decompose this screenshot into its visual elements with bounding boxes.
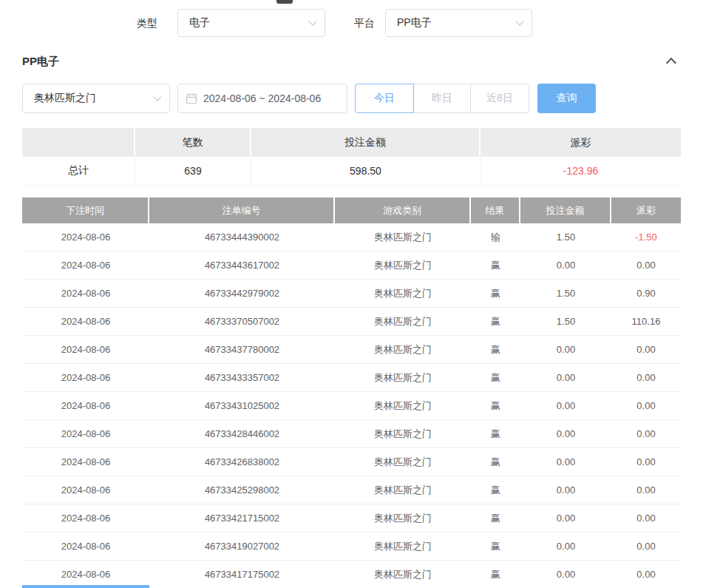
cell-result: 赢 bbox=[471, 533, 520, 560]
cell-bet-id: 46733370507002 bbox=[149, 308, 335, 335]
platform-select-value: PP电子 bbox=[397, 16, 432, 30]
bet-table: 下注时间 注单编号 游戏类别 结果 投注金额 派彩 2024-08-06 467… bbox=[22, 197, 681, 588]
cell-bet-id: 46733417175002 bbox=[149, 561, 335, 588]
cell-bet-id: 46733419027002 bbox=[149, 533, 335, 560]
cell-bet-time: 2024-08-06 bbox=[22, 392, 149, 419]
cell-bet-id: 46733444390002 bbox=[149, 223, 335, 251]
col-header-bet-id: 注单编号 bbox=[149, 197, 335, 223]
section-title: PP电子 bbox=[22, 55, 59, 69]
cell-payout: 0.00 bbox=[611, 504, 681, 532]
cell-bet-amount: 1.50 bbox=[520, 280, 611, 307]
cell-payout: 110.16 bbox=[611, 308, 681, 335]
type-select[interactable]: 电子 bbox=[177, 9, 325, 37]
cell-bet-time: 2024-08-06 bbox=[22, 504, 149, 532]
cell-bet-amount: 0.00 bbox=[520, 561, 611, 588]
collapse-section-button[interactable] bbox=[662, 52, 681, 70]
cell-payout: 0.00 bbox=[611, 476, 681, 504]
bet-table-header: 下注时间 注单编号 游戏类别 结果 投注金额 派彩 bbox=[22, 197, 681, 223]
date-shortcut-group: 今日 昨日 近8日 bbox=[355, 84, 529, 113]
cell-bet-amount: 1.50 bbox=[520, 308, 611, 335]
cell-bet-time: 2024-08-06 bbox=[22, 336, 149, 363]
date-range-input[interactable]: 2024-08-06 ~ 2024-08-06 bbox=[177, 84, 347, 113]
cell-bet-time: 2024-08-06 bbox=[22, 223, 149, 251]
summary-total-label: 总计 bbox=[22, 157, 135, 186]
summary-header-row: 笔数 投注金额 派彩 bbox=[22, 128, 681, 157]
cell-result: 赢 bbox=[471, 251, 520, 279]
col-header-result: 结果 bbox=[471, 197, 520, 223]
cell-bet-id: 46733443617002 bbox=[149, 251, 335, 279]
cell-bet-id: 46733431025002 bbox=[149, 392, 335, 419]
cell-bet-amount: 0.00 bbox=[520, 504, 611, 532]
cell-result: 赢 bbox=[471, 420, 520, 447]
cell-bet-time: 2024-08-06 bbox=[22, 476, 149, 504]
cell-payout: 0.90 bbox=[611, 280, 681, 307]
chevron-down-icon bbox=[308, 17, 316, 25]
today-button[interactable]: 今日 bbox=[355, 84, 414, 113]
type-label: 类型 bbox=[137, 18, 157, 28]
cell-bet-id: 46733421715002 bbox=[149, 504, 335, 532]
cell-result: 赢 bbox=[471, 476, 520, 504]
cell-payout: -1.50 bbox=[611, 223, 681, 251]
table-row: 2024-08-06 46733433357002 奥林匹斯之门 赢 0.00 … bbox=[22, 364, 681, 392]
table-row: 2024-08-06 46733421715002 奥林匹斯之门 赢 0.00 … bbox=[22, 504, 681, 533]
table-row: 2024-08-06 46733428446002 奥林匹斯之门 赢 0.00 … bbox=[22, 420, 681, 448]
cell-bet-id: 46733442979002 bbox=[149, 280, 335, 307]
date-range-value: 2024-08-06 ~ 2024-08-06 bbox=[203, 92, 321, 104]
cell-game-category: 奥林匹斯之门 bbox=[335, 448, 471, 476]
platform-select[interactable]: PP电子 bbox=[385, 9, 532, 37]
summary-header-count: 笔数 bbox=[135, 128, 251, 157]
cell-result: 赢 bbox=[471, 308, 520, 335]
cell-bet-amount: 0.00 bbox=[520, 336, 611, 363]
cell-bet-amount: 0.00 bbox=[520, 476, 611, 504]
cell-bet-time: 2024-08-06 bbox=[22, 420, 149, 447]
table-row: 2024-08-06 46733437780002 奥林匹斯之门 赢 0.00 … bbox=[22, 336, 681, 364]
yesterday-button[interactable]: 昨日 bbox=[413, 84, 471, 113]
summary-total-count: 639 bbox=[135, 157, 251, 186]
cell-bet-time: 2024-08-06 bbox=[22, 251, 149, 279]
table-row: 2024-08-06 46733426838002 奥林匹斯之门 赢 0.00 … bbox=[22, 448, 681, 476]
cell-payout: 0.00 bbox=[611, 336, 681, 363]
cell-bet-id: 46733433357002 bbox=[149, 364, 335, 391]
col-header-bet-amount: 投注金额 bbox=[520, 197, 611, 223]
summary-header-payout: 派彩 bbox=[480, 128, 681, 157]
cell-payout: 0.00 bbox=[611, 251, 681, 279]
game-select[interactable]: 奥林匹斯之门 bbox=[22, 84, 170, 113]
table-row: 2024-08-06 46733419027002 奥林匹斯之门 赢 0.00 … bbox=[22, 533, 681, 561]
cell-game-category: 奥林匹斯之门 bbox=[335, 392, 471, 419]
platform-label: 平台 bbox=[354, 18, 375, 28]
cell-result: 赢 bbox=[471, 448, 520, 476]
cell-result: 赢 bbox=[471, 504, 520, 532]
cell-bet-id: 46733425298002 bbox=[149, 476, 335, 504]
table-row: 2024-08-06 46733443617002 奥林匹斯之门 赢 0.00 … bbox=[22, 251, 681, 280]
chevron-down-icon bbox=[153, 92, 161, 101]
cell-game-category: 奥林匹斯之门 bbox=[335, 223, 471, 251]
cell-bet-id: 46733428446002 bbox=[149, 420, 335, 447]
cell-bet-time: 2024-08-06 bbox=[22, 280, 149, 307]
col-header-payout: 派彩 bbox=[611, 197, 681, 223]
cell-game-category: 奥林匹斯之门 bbox=[335, 561, 471, 588]
cell-bet-id: 46733437780002 bbox=[149, 336, 335, 363]
cell-game-category: 奥林匹斯之门 bbox=[335, 280, 471, 307]
cell-bet-amount: 0.00 bbox=[520, 533, 611, 560]
cell-result: 赢 bbox=[471, 364, 520, 391]
cell-result: 赢 bbox=[471, 336, 520, 363]
col-header-bet-time: 下注时间 bbox=[22, 197, 149, 223]
cell-game-category: 奥林匹斯之门 bbox=[335, 504, 471, 532]
cell-result: 赢 bbox=[471, 561, 520, 588]
cell-bet-time: 2024-08-06 bbox=[22, 308, 149, 335]
cell-game-category: 奥林匹斯之门 bbox=[335, 364, 471, 391]
table-row: 2024-08-06 46733431025002 奥林匹斯之门 赢 0.00 … bbox=[22, 392, 681, 420]
cell-bet-amount: 0.00 bbox=[520, 420, 611, 447]
query-button[interactable]: 查询 bbox=[537, 84, 596, 113]
game-select-value: 奥林匹斯之门 bbox=[34, 92, 96, 105]
summary-total-row: 总计 639 598.50 -123.96 bbox=[22, 157, 681, 186]
cell-bet-id: 46733426838002 bbox=[149, 448, 335, 476]
cell-result: 赢 bbox=[471, 280, 520, 307]
table-row: 2024-08-06 46733417175002 奥林匹斯之门 赢 0.00 … bbox=[22, 561, 681, 588]
table-row: 2024-08-06 46733444390002 奥林匹斯之门 输 1.50 … bbox=[22, 223, 681, 251]
summary-header-bet-amount: 投注金额 bbox=[251, 128, 480, 157]
cell-bet-amount: 0.00 bbox=[520, 251, 611, 279]
last8days-button[interactable]: 近8日 bbox=[470, 84, 529, 113]
cell-game-category: 奥林匹斯之门 bbox=[335, 308, 471, 335]
bet-table-body: 2024-08-06 46733444390002 奥林匹斯之门 输 1.50 … bbox=[22, 223, 681, 588]
